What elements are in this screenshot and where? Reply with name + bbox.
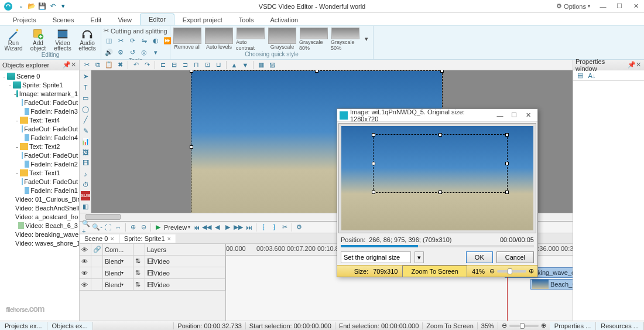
tree-node[interactable]: FadeOut: FadeOut xyxy=(1,151,78,159)
magnet-icon[interactable]: ⊕ xyxy=(128,223,138,232)
zoom-plus-icon[interactable]: ⊕ xyxy=(541,322,546,329)
objects-tree[interactable]: - Scene 0 -Sprite: Sprite1-Image: waterm… xyxy=(0,70,79,321)
group-icon[interactable]: ▦ xyxy=(256,60,266,70)
tree-node[interactable]: -Image: watermark_1 xyxy=(1,89,78,98)
go-start-icon[interactable]: ⏮ xyxy=(191,223,201,232)
ribbon-tab-edit[interactable]: Edit xyxy=(82,15,109,25)
status-zoom-to-screen[interactable]: Zoom To Screen xyxy=(422,322,477,329)
tool-rotate-icon[interactable]: ⟳ xyxy=(127,35,138,46)
tree-node[interactable]: Video: a_postcard_fro xyxy=(1,212,78,221)
style-thumb-auto-levels[interactable]: Auto levels xyxy=(204,28,234,51)
line-tool-icon[interactable]: ╱ xyxy=(81,115,90,124)
step-back-icon[interactable]: ◀ xyxy=(213,223,222,232)
link-icon[interactable]: 🔗 xyxy=(93,246,101,253)
zoom-in-icon[interactable]: 🔍+ xyxy=(82,223,91,232)
dialog-maximize-button[interactable]: ☐ xyxy=(507,111,521,119)
statusbar-tab-properties[interactable]: Properties ... xyxy=(550,322,596,330)
chart-tool-icon[interactable]: 📊 xyxy=(81,137,90,146)
tree-node[interactable]: Video: BeachAndShell xyxy=(1,203,78,212)
ribbon-tab-scenes[interactable]: Scenes xyxy=(44,15,83,25)
lock-icon[interactable]: ⇅ xyxy=(135,281,141,288)
mark-out-icon[interactable]: ⁆ xyxy=(269,223,279,232)
lock-icon[interactable]: ⊖ xyxy=(139,223,148,232)
qat-open-icon[interactable]: 📂 xyxy=(27,2,36,11)
props-icon[interactable]: ⚙ xyxy=(294,223,304,232)
style-thumb-auto-contrast[interactable]: Auto contrast xyxy=(236,28,265,51)
align-middle-icon[interactable]: ⊡ xyxy=(203,60,212,70)
ribbon-tab-view[interactable]: View xyxy=(109,15,140,25)
eye-icon[interactable]: 👁 xyxy=(81,258,88,265)
sort-az-icon[interactable]: A↓ xyxy=(587,71,597,80)
ribbon-tab-projects[interactable]: Projects xyxy=(5,15,44,25)
preview-dropdown-icon[interactable]: ▾ xyxy=(188,224,190,230)
zoom-minus-icon[interactable]: ⊖ xyxy=(489,267,495,275)
dialog-preview[interactable] xyxy=(338,123,536,233)
play-icon[interactable]: ▶ xyxy=(153,223,163,232)
tab-close-icon[interactable]: × xyxy=(167,235,171,242)
bring-front-icon[interactable]: ▲ xyxy=(229,60,239,70)
size-preset-combo[interactable]: Set the original size xyxy=(341,251,411,263)
step-fwd-icon[interactable]: ▶ xyxy=(223,223,232,232)
combo-dropdown-icon[interactable]: ▾ xyxy=(415,251,424,263)
cut-icon[interactable]: ✂ xyxy=(82,60,91,70)
categorize-icon[interactable]: ▤ xyxy=(576,71,585,80)
rect-tool-icon[interactable]: ▭ xyxy=(81,94,90,103)
dialog-zoom-slider[interactable]: ⊖ ⊕ xyxy=(489,267,534,275)
copy-icon[interactable]: ⧉ xyxy=(93,60,102,70)
align-left-icon[interactable]: ⊏ xyxy=(158,60,167,70)
tree-node[interactable]: FadeOut: FadeOut xyxy=(1,124,78,133)
qat-undo-icon[interactable]: ↶ xyxy=(48,2,57,11)
audio-effects-button[interactable]: Audio effects xyxy=(76,27,98,52)
statusbar-tab-objects[interactable]: Objects ex... xyxy=(47,322,93,330)
tool-reverse-icon[interactable]: ↺ xyxy=(127,47,138,57)
zoom-100-icon[interactable]: ↔ xyxy=(114,223,123,232)
style-thumb-grayscale[interactable]: Grayscale xyxy=(268,28,297,51)
statusbar-tab-resources[interactable]: Resources ... xyxy=(596,322,644,330)
dialog-crop-selection[interactable] xyxy=(373,134,508,193)
tree-node[interactable]: FadeIn: FadeIn3 xyxy=(1,107,78,115)
tool-gear-icon[interactable]: ⚙ xyxy=(115,47,126,57)
lock-icon[interactable]: ⇅ xyxy=(135,269,141,277)
qat-save-icon[interactable]: 💾 xyxy=(37,2,47,11)
tree-scene-root[interactable]: - Scene 0 xyxy=(1,72,78,80)
ellipse-tool-icon[interactable]: ◯ xyxy=(81,104,90,113)
send-back-icon[interactable]: ▼ xyxy=(241,60,250,70)
subtitle-tool-icon[interactable]: SUB xyxy=(81,191,90,200)
zoom-out-icon[interactable]: 🔍- xyxy=(93,223,102,232)
sprite-tool-icon[interactable]: ◧ xyxy=(81,202,90,211)
cancel-button[interactable]: Cancel xyxy=(496,251,534,263)
tree-node[interactable]: Video: 01_Curious_Bir xyxy=(1,195,78,203)
freehand-icon[interactable]: ✎ xyxy=(81,126,90,135)
timeline-clip[interactable]: Beach_6_3 xyxy=(530,279,573,290)
run-wizard-button[interactable]: Run Wizard xyxy=(2,27,25,52)
timeline-tab[interactable]: Scene 0× xyxy=(80,234,119,243)
styles-more-button[interactable]: ▾ xyxy=(362,35,371,43)
tree-node[interactable]: -Text: Text2 xyxy=(1,142,78,151)
go-end-icon[interactable]: ⏭ xyxy=(244,223,254,232)
eye-icon[interactable]: 👁 xyxy=(81,246,88,253)
undo-icon[interactable]: ↶ xyxy=(131,60,141,70)
zoom-plus-icon[interactable]: ⊕ xyxy=(529,267,534,275)
status-zoom-slider[interactable]: ⊖ ⊕ xyxy=(498,322,550,329)
tree-node[interactable]: -Sprite: Sprite1 xyxy=(1,80,78,89)
panel-pin-icon[interactable]: 📌 xyxy=(628,61,635,69)
mark-in-icon[interactable]: ⁅ xyxy=(259,223,268,232)
align-center-icon[interactable]: ⊟ xyxy=(169,60,179,70)
style-thumb-grayscale-50-[interactable]: Grayscale 50% xyxy=(331,28,360,51)
tool-color-icon[interactable]: ◐ xyxy=(150,35,161,46)
next-frame-icon[interactable]: ▶▶ xyxy=(234,223,243,232)
zoom-fit-icon[interactable]: ⛶ xyxy=(103,223,112,232)
style-thumb-remove-all[interactable]: Remove all xyxy=(173,28,202,51)
zoom-to-screen-button[interactable]: Zoom To Screen xyxy=(402,266,467,277)
maximize-button[interactable]: ☐ xyxy=(611,1,628,12)
dialog-minimize-button[interactable]: — xyxy=(493,112,507,119)
align-top-icon[interactable]: ⊓ xyxy=(191,60,201,70)
add-object-button[interactable]: Add object xyxy=(27,27,49,52)
counter-tool-icon[interactable]: ⏱ xyxy=(81,181,90,189)
image-tool-icon[interactable]: 🖼 xyxy=(81,148,90,157)
tool-crop-icon[interactable]: ◫ xyxy=(104,35,114,46)
tool-flip-icon[interactable]: ⇋ xyxy=(139,35,149,46)
paste-icon[interactable]: 📋 xyxy=(104,60,114,70)
ribbon-tab-activation[interactable]: Activation xyxy=(262,15,306,25)
video-tool-icon[interactable]: 🎞 xyxy=(81,159,90,168)
